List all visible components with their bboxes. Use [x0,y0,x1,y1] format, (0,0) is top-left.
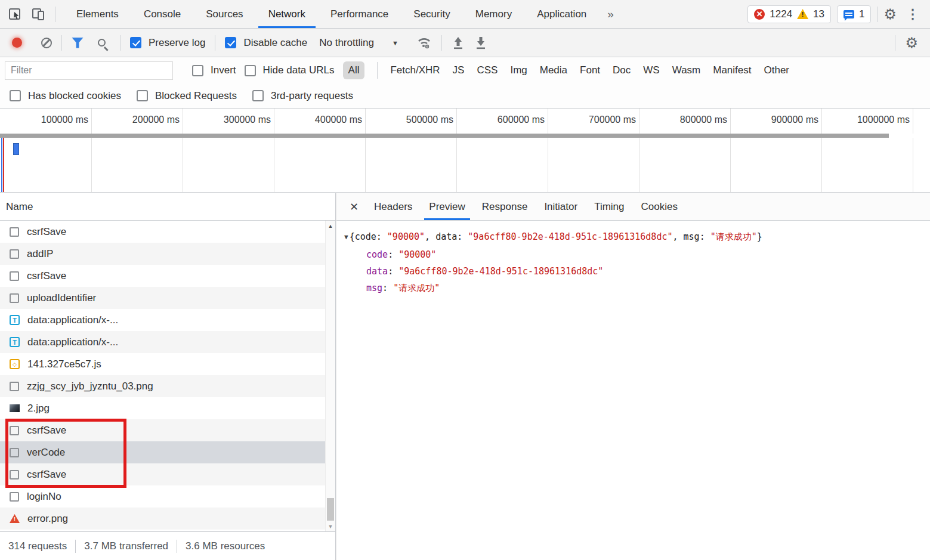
type-filter-ws[interactable]: WS [643,64,659,76]
has-blocked-cookies-option[interactable]: Has blocked cookies [10,90,121,102]
filter-input[interactable] [5,61,173,80]
overview-gridline [456,138,457,192]
request-row-data-application-x[interactable]: Tdata:application/x-... [0,309,325,331]
scrollbar-thumb[interactable] [327,498,334,521]
tab-memory[interactable]: Memory [463,0,524,28]
inspect-element-icon[interactable] [8,7,23,21]
detail-tab-cookies[interactable]: Cookies [633,193,686,220]
type-filter-doc[interactable]: Doc [613,64,631,76]
disable-cache-checkbox[interactable] [225,37,236,48]
request-list-scrollbar[interactable]: ▲ ▼ [325,221,335,531]
request-row-csrfsave[interactable]: csrfSave [0,221,325,243]
invert-checkbox[interactable] [192,65,203,76]
issues-message-badge[interactable]: 1 [837,5,871,23]
import-har-icon[interactable] [452,35,465,51]
json-key: code [366,249,388,260]
timeline-hscrollbar[interactable] [0,134,930,138]
scroll-down-icon[interactable]: ▼ [326,524,335,530]
network-summary-bar: 314 requests 3.7 MB transferred 3.6 MB r… [0,531,335,560]
request-row-addip[interactable]: addIP [0,243,325,265]
type-filter-js[interactable]: JS [453,64,465,76]
tab-security[interactable]: Security [401,0,462,28]
network-settings-gear-icon[interactable]: ⚙ [905,36,918,50]
console-issues-badge[interactable]: ✕ 1224 13 [747,5,831,23]
type-filter-wasm[interactable]: Wasm [672,64,701,76]
request-name: 2.jpg [27,403,50,414]
request-row-loginno[interactable]: loginNo [0,485,325,508]
json-property-line[interactable]: msg: "请求成功" [344,280,930,296]
preserve-log-checkbox[interactable] [130,37,141,48]
tab-application[interactable]: Application [524,0,599,28]
type-filter-other[interactable]: Other [764,64,790,76]
has-blocked-cookies-checkbox[interactable] [10,90,21,101]
third-party-requests-option[interactable]: 3rd-party requests [252,90,353,102]
filter-funnel-icon[interactable] [72,38,84,48]
request-row-zzjg-scy-jyb-jyzntu-03-png[interactable]: zzjg_scy_jyb_jyzntu_03.png [0,375,325,397]
plain-file-icon [10,382,19,391]
hide-data-urls-checkbox[interactable] [245,65,256,76]
third-party-requests-checkbox[interactable] [252,90,264,101]
type-filter-css[interactable]: CSS [477,64,498,76]
request-row-csrfsave[interactable]: csrfSave [0,419,325,441]
request-row-csrfsave[interactable]: csrfSave [0,463,325,485]
detail-tab-headers[interactable]: Headers [366,193,421,220]
detail-tab-initiator[interactable]: Initiator [536,193,586,220]
request-row-uploadidentifier[interactable]: uploadIdentifier [0,287,325,309]
network-options-bar: Has blocked cookies Blocked Requests 3rd… [0,83,930,109]
request-row-error-png[interactable]: error.png [0,508,325,530]
throttling-value: No throttling [319,37,374,49]
tab-network[interactable]: Network [256,0,318,28]
throttling-select[interactable]: No throttling ▼ [319,37,398,49]
tab-performance[interactable]: Performance [318,0,401,28]
blocked-requests-checkbox[interactable] [137,90,148,101]
summary-divider [177,540,177,553]
record-button[interactable] [12,38,22,48]
clear-network-log-icon[interactable] [41,38,52,48]
settings-gear-icon[interactable]: ⚙ [883,7,897,21]
type-filter-all[interactable]: All [343,61,365,79]
disable-cache-option[interactable]: Disable cache [225,37,307,49]
request-row-141-327ce5c7-js[interactable]: ◇141.327ce5c7.js [0,353,325,375]
request-row-2-jpg[interactable]: 2.jpg [0,397,325,419]
tab-console[interactable]: Console [131,0,193,28]
detail-tab-preview[interactable]: Preview [421,193,473,220]
export-har-icon[interactable] [474,35,487,51]
preserve-log-option[interactable]: Preserve log [130,37,205,49]
device-toolbar-icon[interactable] [31,7,47,21]
detail-tab-response[interactable]: Response [474,193,536,220]
scroll-up-icon[interactable]: ▲ [326,223,335,229]
request-row-csrfsave[interactable]: csrfSave [0,265,325,287]
hide-data-urls-option[interactable]: Hide data URLs [245,64,335,76]
type-filter-fetch-xhr[interactable]: Fetch/XHR [390,64,440,76]
type-filter-manifest[interactable]: Manifest [713,64,751,76]
json-property-line[interactable]: data: "9a6cff80-9b2e-418d-951c-18961316d… [344,263,930,280]
close-icon[interactable]: ✕ [342,193,366,220]
request-row-vercode[interactable]: verCode [0,441,325,463]
resources-size: 3.6 MB resources [186,540,265,552]
kebab-menu-icon[interactable]: ⋮ [903,7,923,22]
detail-tab-timing[interactable]: Timing [586,193,632,220]
invert-option[interactable]: Invert [192,64,236,76]
json-summary-line[interactable]: ▼{code: "90000", data: "9a6cff80-9b2e-41… [344,228,930,246]
json-key: msg [684,231,700,242]
type-filter-img[interactable]: Img [510,64,527,76]
blocked-requests-option[interactable]: Blocked Requests [137,90,237,102]
name-column-header[interactable]: Name [0,193,335,221]
request-row-data-application-x[interactable]: Tdata:application/x-... [0,331,325,353]
hscrollbar-thumb[interactable] [0,134,889,138]
json-property-line[interactable]: code: "90000" [344,246,930,263]
hide-data-urls-label: Hide data URLs [263,64,335,76]
request-detail-panel: ✕ HeadersPreviewResponseInitiatorTimingC… [336,193,930,560]
timeline-overview[interactable] [0,138,930,193]
ruler-gridline [913,109,913,134]
timeline-ruler[interactable]: 100000 ms200000 ms300000 ms400000 ms5000… [0,109,930,134]
script-file-icon: ◇ [10,359,20,369]
json-token: } [757,231,762,242]
network-conditions-icon[interactable] [416,36,432,50]
tab-sources[interactable]: Sources [193,0,255,28]
search-icon[interactable] [98,39,106,47]
type-filter-font[interactable]: Font [580,64,600,76]
type-filter-media[interactable]: Media [540,64,567,76]
tab-elements[interactable]: Elements [64,0,131,28]
more-tabs-icon[interactable]: » [599,8,622,21]
